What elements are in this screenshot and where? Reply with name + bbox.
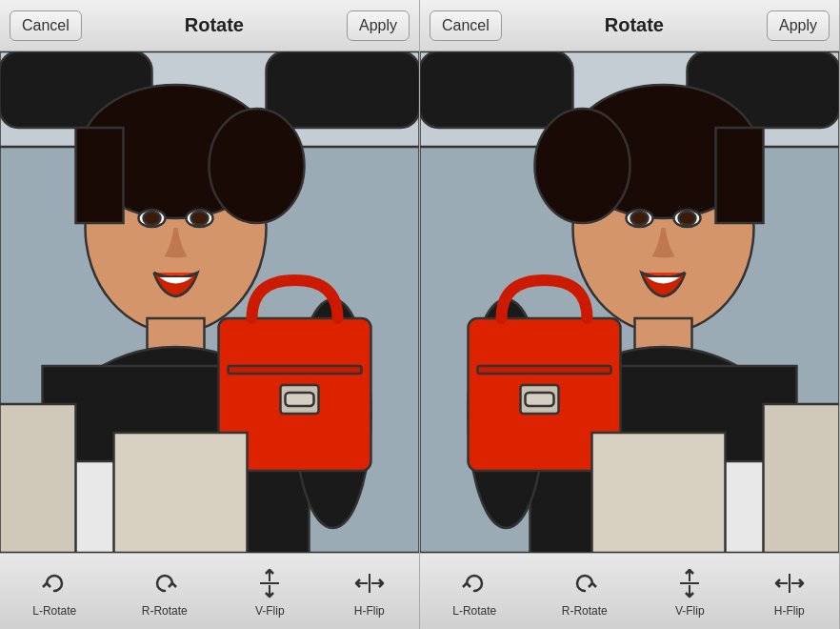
right-bottom-bar: L-Rotate R-Rotate (420, 553, 839, 629)
left-panel: Cancel Rotate Apply (0, 0, 420, 629)
right-cancel-button[interactable]: Cancel (430, 10, 502, 41)
svg-rect-55 (526, 393, 554, 406)
svg-point-42 (535, 109, 630, 223)
right-v-flip-button[interactable]: V-Flip (663, 562, 716, 621)
r-rotate-icon (148, 566, 182, 600)
left-image-area (0, 51, 419, 553)
svg-point-17 (144, 212, 161, 225)
r-v-flip-icon (672, 566, 707, 600)
left-apply-button[interactable]: Apply (347, 10, 410, 41)
h-flip-icon (352, 566, 387, 600)
right-h-flip-label: H-Flip (774, 604, 805, 618)
r-r-rotate-icon (568, 566, 602, 600)
svg-rect-26 (0, 404, 76, 553)
right-h-flip-button[interactable]: H-Flip (763, 562, 816, 621)
svg-point-10 (210, 109, 305, 223)
left-photo (0, 51, 419, 553)
l-rotate-icon (37, 566, 71, 600)
left-r-rotate-button[interactable]: R-Rotate (132, 562, 197, 621)
left-r-rotate-label: R-Rotate (142, 604, 188, 618)
left-bottom-bar: L-Rotate R-Rotate (0, 553, 419, 629)
svg-rect-43 (716, 128, 764, 223)
right-toolbar: Cancel Rotate Apply (420, 0, 839, 51)
right-r-rotate-label: R-Rotate (562, 604, 608, 618)
r-h-flip-icon (772, 566, 807, 600)
svg-rect-7 (267, 51, 420, 128)
left-l-rotate-button[interactable]: L-Rotate (23, 562, 86, 621)
right-l-rotate-label: L-Rotate (452, 604, 496, 618)
svg-rect-23 (286, 393, 314, 406)
svg-rect-58 (764, 404, 840, 553)
left-toolbar: Cancel Rotate Apply (0, 0, 419, 51)
right-l-rotate-button[interactable]: L-Rotate (443, 562, 506, 621)
svg-rect-25 (114, 433, 248, 553)
right-photo (420, 51, 839, 553)
right-v-flip-label: V-Flip (675, 604, 705, 618)
svg-rect-21 (229, 366, 362, 374)
left-cancel-button[interactable]: Cancel (10, 10, 82, 41)
right-image-area (420, 51, 839, 553)
right-r-rotate-button[interactable]: R-Rotate (552, 562, 617, 621)
left-l-rotate-label: L-Rotate (32, 604, 76, 618)
svg-rect-11 (76, 128, 124, 223)
svg-rect-53 (478, 366, 611, 374)
left-title: Rotate (185, 14, 244, 36)
right-apply-button[interactable]: Apply (767, 10, 830, 41)
left-v-flip-label: V-Flip (255, 604, 285, 618)
right-title: Rotate (605, 14, 664, 36)
svg-rect-57 (592, 433, 726, 553)
svg-point-19 (191, 212, 209, 225)
left-v-flip-button[interactable]: V-Flip (243, 562, 296, 621)
r-l-rotate-icon (457, 566, 491, 600)
left-h-flip-button[interactable]: H-Flip (343, 562, 396, 621)
right-panel: Cancel Rotate Apply (420, 0, 840, 629)
svg-rect-39 (420, 51, 573, 128)
svg-point-49 (679, 212, 696, 225)
left-h-flip-label: H-Flip (354, 604, 385, 618)
v-flip-icon (252, 566, 287, 600)
svg-point-51 (631, 212, 649, 225)
